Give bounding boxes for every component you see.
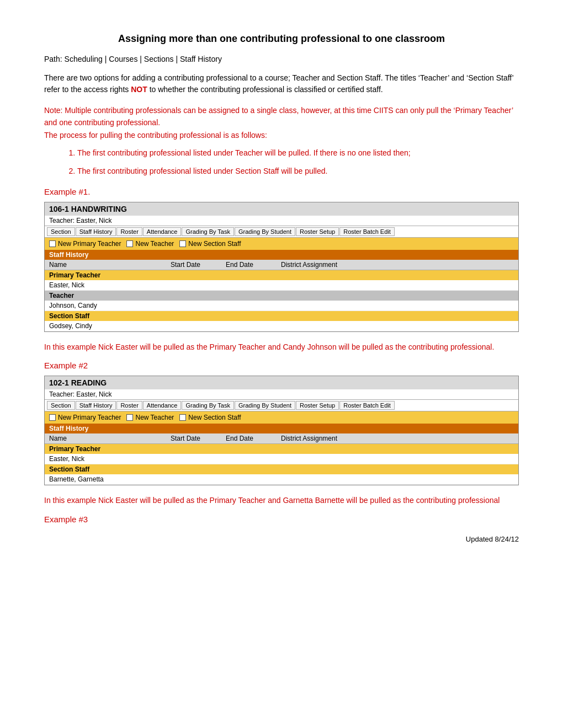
table-header-2: Name Start Date End Date District Assign… xyxy=(45,433,518,444)
new-buttons-row-2: New Primary Teacher New Teacher New Sect… xyxy=(45,411,518,424)
page-title: Assigning more than one contributing pro… xyxy=(44,33,519,45)
row-easter-nick-1: Easter, Nick xyxy=(45,280,518,291)
note-text-2: The process for pulling the contributing… xyxy=(44,131,267,140)
example1-heading: Example #1. xyxy=(44,187,519,196)
example3-heading: Example #3 xyxy=(44,515,519,524)
example2-course-title: 102-1 READING xyxy=(45,376,518,389)
category-primary-teacher-1: Primary Teacher xyxy=(45,270,518,280)
col-start-header-1: Start Date xyxy=(171,261,226,269)
intro-paragraph: There are two options for adding a contr… xyxy=(44,72,519,95)
row-barnette-garnetta-2: Barnette, Garnetta xyxy=(45,474,518,485)
col-district-header-1: District Assignment xyxy=(281,261,514,269)
new-primary-teacher-label-2: New Primary Teacher xyxy=(58,414,121,421)
tab-roster-2[interactable]: Roster xyxy=(116,401,142,410)
tab-staff-history-2[interactable]: Staff History xyxy=(76,401,116,410)
note-block: Note: Multiple contributing professional… xyxy=(44,104,519,141)
intro-not: NOT xyxy=(131,85,147,94)
col-end-header-2: End Date xyxy=(226,435,281,442)
example2-block: 102-1 READING Teacher: Easter, Nick Sect… xyxy=(44,376,519,485)
category-teacher-1: Teacher xyxy=(45,291,518,301)
path-line: Path: Scheduling | Courses | Sections | … xyxy=(44,55,519,63)
tab-roster-batch-1[interactable]: Roster Batch Edit xyxy=(339,227,395,236)
tab-section-2[interactable]: Section xyxy=(47,401,75,410)
col-name-header-1: Name xyxy=(49,261,171,269)
new-teacher-btn-1[interactable]: New Teacher xyxy=(126,240,174,248)
tab-roster-batch-2[interactable]: Roster Batch Edit xyxy=(339,401,395,410)
step-2: The first contributing professional list… xyxy=(77,165,519,177)
row-easter-nick-2: Easter, Nick xyxy=(45,454,518,464)
col-district-header-2: District Assignment xyxy=(281,435,514,442)
example2-heading: Example #2 xyxy=(44,361,519,370)
tab-row-2: Section Staff History Roster Attendance … xyxy=(45,399,518,411)
intro-text-2: to whether the contributing professional… xyxy=(147,85,383,94)
after-example2-text: In this example Nick Easter will be pull… xyxy=(44,494,519,506)
new-teacher-btn-2[interactable]: New Teacher xyxy=(126,414,174,421)
tab-grading-task-1[interactable]: Grading By Task xyxy=(182,227,234,236)
tab-attendance-1[interactable]: Attendance xyxy=(143,227,182,236)
after-example1-text: In this example Nick Easter will be pull… xyxy=(44,341,519,353)
row-godsey-cindy-1: Godsey, Cindy xyxy=(45,321,518,331)
tab-grading-student-2[interactable]: Grading By Student xyxy=(235,401,295,410)
category-primary-teacher-2: Primary Teacher xyxy=(45,444,518,454)
new-section-staff-label-1: New Section Staff xyxy=(188,240,241,248)
category-section-staff-2: Section Staff xyxy=(45,464,518,474)
new-primary-teacher-label-1: New Primary Teacher xyxy=(58,240,121,248)
footer-text: Updated 8/24/12 xyxy=(466,535,519,543)
new-teacher-label-1: New Teacher xyxy=(135,240,174,248)
table-header-1: Name Start Date End Date District Assign… xyxy=(45,260,518,270)
tab-roster-setup-2[interactable]: Roster Setup xyxy=(296,401,339,410)
checkbox-section-2[interactable] xyxy=(179,414,186,421)
new-primary-teacher-btn-1[interactable]: New Primary Teacher xyxy=(49,240,121,248)
footer: Updated 8/24/12 xyxy=(44,535,519,543)
row-johnson-candy-1: Johnson, Candy xyxy=(45,301,518,311)
col-end-header-1: End Date xyxy=(226,261,281,269)
tab-attendance-2[interactable]: Attendance xyxy=(143,401,182,410)
tab-grading-student-1[interactable]: Grading By Student xyxy=(235,227,295,236)
step-1: The first contributing professional list… xyxy=(77,147,519,159)
checkbox-teacher-1[interactable] xyxy=(126,240,133,247)
tab-staff-history-1[interactable]: Staff History xyxy=(76,227,116,236)
col-name-header-2: Name xyxy=(49,435,171,442)
new-section-staff-label-2: New Section Staff xyxy=(188,414,241,421)
example1-block: 106-1 HANDWRITING Teacher: Easter, Nick … xyxy=(44,202,519,332)
tab-section-1[interactable]: Section xyxy=(47,227,75,236)
example1-course-title: 106-1 HANDWRITING xyxy=(45,202,518,216)
new-primary-teacher-btn-2[interactable]: New Primary Teacher xyxy=(49,414,121,421)
new-buttons-row-1: New Primary Teacher New Teacher New Sect… xyxy=(45,238,518,250)
new-teacher-label-2: New Teacher xyxy=(135,414,174,421)
tab-roster-1[interactable]: Roster xyxy=(116,227,142,236)
category-section-staff-1: Section Staff xyxy=(45,311,518,321)
checkbox-primary-2[interactable] xyxy=(49,414,56,421)
col-start-header-2: Start Date xyxy=(171,435,226,442)
tab-roster-setup-1[interactable]: Roster Setup xyxy=(296,227,339,236)
checkbox-primary-1[interactable] xyxy=(49,240,56,247)
staff-history-header-1: Staff History xyxy=(45,250,518,260)
checkbox-section-1[interactable] xyxy=(179,240,186,247)
tab-row-1: Section Staff History Roster Attendance … xyxy=(45,226,518,238)
checkbox-teacher-2[interactable] xyxy=(126,414,133,421)
new-section-staff-btn-2[interactable]: New Section Staff xyxy=(179,414,241,421)
example2-teacher-line: Teacher: Easter, Nick xyxy=(45,389,518,399)
steps-list: The first contributing professional list… xyxy=(77,147,519,177)
example1-teacher-line: Teacher: Easter, Nick xyxy=(45,216,518,226)
tab-grading-task-2[interactable]: Grading By Task xyxy=(182,401,234,410)
staff-history-header-2: Staff History xyxy=(45,424,518,433)
note-text-1: Note: Multiple contributing professional… xyxy=(44,106,513,127)
new-section-staff-btn-1[interactable]: New Section Staff xyxy=(179,240,241,248)
